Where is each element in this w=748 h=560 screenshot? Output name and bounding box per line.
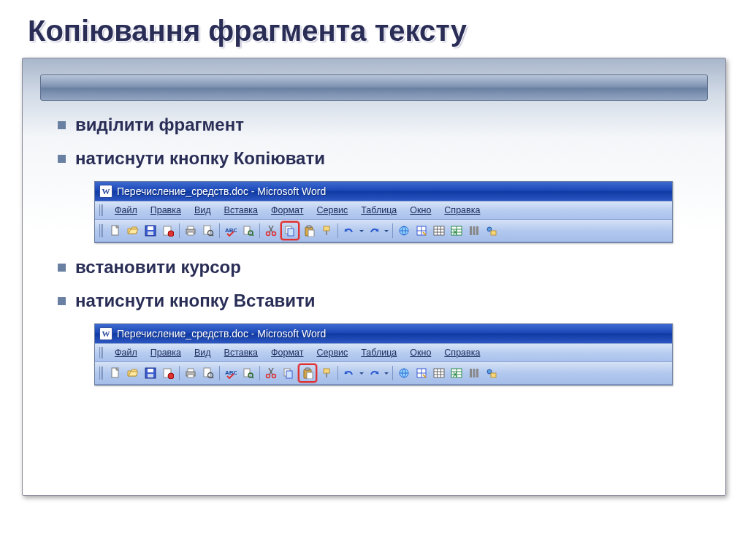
columns-icon xyxy=(468,367,480,379)
svg-rect-23 xyxy=(307,226,311,228)
paste-button[interactable] xyxy=(298,364,317,383)
new-doc-icon xyxy=(110,367,121,379)
print-preview-button[interactable] xyxy=(200,223,216,239)
copy-button[interactable] xyxy=(280,221,299,240)
menu-tools[interactable]: Сервис xyxy=(310,204,354,217)
copy-button[interactable] xyxy=(280,365,297,381)
permission-icon xyxy=(162,225,174,237)
format-painter-button[interactable] xyxy=(318,365,335,381)
svg-point-18 xyxy=(267,232,270,236)
insert-hyperlink-icon xyxy=(398,225,410,237)
titlebar: W Перечисление_средств.doc - Microsoft W… xyxy=(95,324,672,343)
print-preview-icon xyxy=(202,367,214,379)
menu-format[interactable]: Формат xyxy=(265,346,309,359)
dropdown-icon[interactable] xyxy=(383,367,389,379)
insert-excel-button[interactable]: X xyxy=(449,223,465,239)
svg-rect-88 xyxy=(473,369,476,377)
columns-button[interactable] xyxy=(466,223,482,239)
svg-rect-13 xyxy=(244,226,250,234)
new-doc-button[interactable] xyxy=(107,223,123,239)
open-button[interactable] xyxy=(125,365,141,381)
format-painter-button[interactable] xyxy=(318,223,335,239)
open-icon xyxy=(127,367,139,379)
spellcheck-button[interactable]: ABC xyxy=(223,365,239,381)
cut-button[interactable] xyxy=(263,223,279,239)
cut-button[interactable] xyxy=(263,365,279,381)
insert-excel-icon: X xyxy=(451,367,462,379)
insert-hyperlink-button[interactable] xyxy=(396,365,412,381)
svg-rect-48 xyxy=(148,369,153,372)
research-button[interactable] xyxy=(240,365,256,381)
menu-edit[interactable]: Правка xyxy=(145,204,187,217)
menu-table[interactable]: Таблица xyxy=(355,204,402,217)
svg-rect-70 xyxy=(307,372,313,379)
permission-button[interactable] xyxy=(160,365,176,381)
dropdown-icon[interactable] xyxy=(383,225,389,237)
standard-toolbar: ABCX xyxy=(95,362,672,385)
separator xyxy=(392,366,393,380)
insert-excel-button[interactable]: X xyxy=(449,365,465,381)
drawing-button[interactable] xyxy=(484,223,500,239)
menu-view[interactable]: Вид xyxy=(188,346,217,359)
new-doc-button[interactable] xyxy=(107,365,123,381)
menu-file[interactable]: Файл xyxy=(109,204,143,217)
menubar-grip-icon xyxy=(99,204,103,216)
svg-line-57 xyxy=(212,377,213,378)
svg-line-15 xyxy=(252,234,253,236)
insert-hyperlink-button[interactable] xyxy=(396,223,412,239)
permission-button[interactable] xyxy=(160,223,176,239)
menu-insert[interactable]: Вставка xyxy=(218,346,264,359)
research-button[interactable] xyxy=(240,223,256,239)
menubar-grip-icon xyxy=(99,347,103,358)
cut-icon xyxy=(265,225,277,237)
drawing-button[interactable] xyxy=(484,365,500,381)
step-item: натиснути кнопку Вставити xyxy=(58,290,709,312)
save-button[interactable] xyxy=(142,223,159,239)
menu-format[interactable]: Формат xyxy=(265,204,309,217)
slide-title: Копіювання фрагмента тексту xyxy=(28,15,726,47)
redo-button[interactable] xyxy=(366,223,382,239)
undo-button[interactable] xyxy=(341,365,357,381)
content-panel: виділити фрагмент натиснути кнопку Копію… xyxy=(22,58,726,496)
menu-help[interactable]: Справка xyxy=(438,346,486,359)
format-painter-icon xyxy=(321,367,332,379)
insert-table-icon xyxy=(433,225,445,237)
menu-file[interactable]: Файл xyxy=(109,346,143,359)
paste-button[interactable] xyxy=(301,223,317,239)
svg-rect-8 xyxy=(188,232,194,235)
save-button[interactable] xyxy=(142,365,159,381)
separator xyxy=(219,366,220,380)
svg-rect-31 xyxy=(434,226,444,235)
open-button[interactable] xyxy=(125,223,141,239)
menu-table[interactable]: Таблица xyxy=(355,346,402,359)
svg-rect-24 xyxy=(308,230,314,237)
paste-icon xyxy=(303,225,315,237)
undo-icon xyxy=(343,367,355,379)
svg-rect-25 xyxy=(324,226,329,231)
tables-borders-icon xyxy=(416,367,427,379)
menu-insert[interactable]: Вставка xyxy=(218,204,264,217)
print-button[interactable] xyxy=(183,223,199,239)
insert-table-button[interactable] xyxy=(431,223,447,239)
spellcheck-icon: ABC xyxy=(225,225,237,237)
print-preview-button[interactable] xyxy=(200,365,216,381)
menu-window[interactable]: Окно xyxy=(404,204,437,217)
columns-button[interactable] xyxy=(466,365,482,381)
menu-window[interactable]: Окно xyxy=(404,346,437,359)
menu-view[interactable]: Вид xyxy=(188,204,217,217)
menu-help[interactable]: Справка xyxy=(438,204,486,217)
svg-line-61 xyxy=(252,377,253,378)
redo-button[interactable] xyxy=(366,365,382,381)
dropdown-icon[interactable] xyxy=(359,367,365,379)
insert-table-button[interactable] xyxy=(431,365,447,381)
print-icon xyxy=(185,367,196,379)
print-button[interactable] xyxy=(183,365,199,381)
menu-tools[interactable]: Сервис xyxy=(310,346,354,359)
dropdown-icon[interactable] xyxy=(359,225,365,237)
standard-toolbar: ABCX xyxy=(95,220,672,242)
tables-borders-button[interactable] xyxy=(413,365,430,381)
tables-borders-button[interactable] xyxy=(413,223,430,239)
menu-edit[interactable]: Правка xyxy=(145,346,187,359)
undo-button[interactable] xyxy=(341,223,357,239)
spellcheck-button[interactable]: ABC xyxy=(223,223,239,239)
